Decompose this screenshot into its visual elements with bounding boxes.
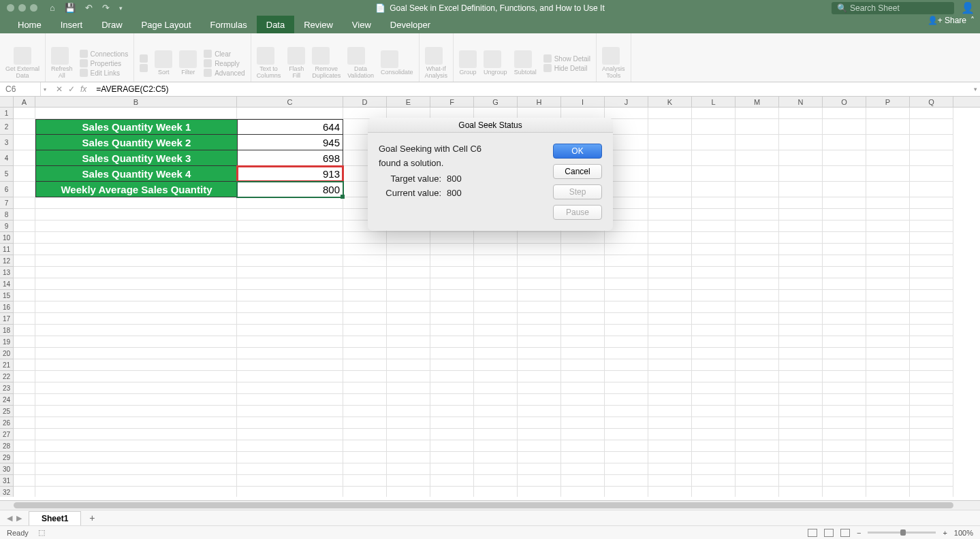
cell-L31[interactable]	[692, 475, 736, 487]
row-header-8[interactable]: 8	[0, 209, 13, 220]
cell-C4[interactable]: 698	[237, 150, 343, 166]
cell-C7[interactable]	[237, 197, 343, 209]
cell-K20[interactable]	[648, 348, 692, 359]
cell-D15[interactable]	[343, 290, 387, 301]
cell-I24[interactable]	[561, 394, 605, 406]
whatif-icon[interactable]	[425, 47, 443, 65]
cell-B1[interactable]	[35, 108, 237, 119]
cell-C32[interactable]	[237, 487, 343, 497]
cell-O8[interactable]	[823, 209, 866, 220]
cell-O15[interactable]	[823, 290, 866, 301]
search-sheet-input[interactable]: 🔍 Search Sheet	[832, 2, 954, 14]
analysis-tools-icon[interactable]	[602, 47, 620, 65]
cell-C22[interactable]	[237, 371, 343, 382]
cell-B29[interactable]	[35, 452, 237, 463]
cell-M4[interactable]	[736, 150, 779, 166]
cell-L8[interactable]	[692, 209, 736, 220]
tab-developer[interactable]: Developer	[381, 16, 440, 33]
cell-H24[interactable]	[518, 394, 561, 406]
cell-M11[interactable]	[736, 244, 779, 255]
cell-N15[interactable]	[779, 290, 823, 301]
cell-I22[interactable]	[561, 371, 605, 382]
cell-J15[interactable]	[605, 290, 648, 301]
cell-E28[interactable]	[387, 440, 430, 452]
cell-M25[interactable]	[736, 406, 779, 417]
row-header-24[interactable]: 24	[0, 394, 13, 406]
cell-E21[interactable]	[387, 359, 430, 371]
cell-F22[interactable]	[430, 371, 474, 382]
cell-E15[interactable]	[387, 290, 430, 301]
data-validation-button[interactable]: Data Validation	[347, 66, 374, 80]
cell-H14[interactable]	[518, 278, 561, 290]
zoom-out-button[interactable]: −	[857, 529, 861, 537]
cell-H10[interactable]	[518, 232, 561, 244]
ok-button[interactable]: OK	[553, 144, 602, 159]
cell-N32[interactable]	[779, 487, 823, 497]
cell-O4[interactable]	[823, 150, 866, 166]
cell-B32[interactable]	[35, 487, 237, 497]
cell-K10[interactable]	[648, 232, 692, 244]
row-header-30[interactable]: 30	[0, 463, 13, 475]
cell-F23[interactable]	[430, 382, 474, 394]
cell-O7[interactable]	[823, 197, 866, 209]
cell-E25[interactable]	[387, 406, 430, 417]
cell-K32[interactable]	[648, 487, 692, 497]
cell-G25[interactable]	[474, 406, 518, 417]
cell-H12[interactable]	[518, 255, 561, 267]
sheet-nav-next-icon[interactable]: ▶	[16, 514, 22, 523]
reapply-button[interactable]: Reapply	[204, 59, 244, 67]
cell-P19[interactable]	[866, 336, 910, 348]
cell-L22[interactable]	[692, 371, 736, 382]
cell-P3[interactable]	[866, 135, 910, 150]
cell-N3[interactable]	[779, 135, 823, 150]
row-header-7[interactable]: 7	[0, 197, 13, 209]
data-validation-icon[interactable]	[347, 47, 365, 65]
page-break-view-icon[interactable]	[840, 529, 850, 537]
cell-C14[interactable]	[237, 278, 343, 290]
cell-K26[interactable]	[648, 417, 692, 429]
cell-C6[interactable]: 800	[237, 182, 343, 197]
cell-D25[interactable]	[343, 406, 387, 417]
cell-N18[interactable]	[779, 325, 823, 336]
cell-L10[interactable]	[692, 232, 736, 244]
cell-O28[interactable]	[823, 440, 866, 452]
cell-K18[interactable]	[648, 325, 692, 336]
cell-A2[interactable]	[14, 119, 35, 135]
cell-D24[interactable]	[343, 394, 387, 406]
cell-A21[interactable]	[14, 359, 35, 371]
cell-A29[interactable]	[14, 452, 35, 463]
cell-A26[interactable]	[14, 417, 35, 429]
cell-J10[interactable]	[605, 232, 648, 244]
cell-L17[interactable]	[692, 313, 736, 325]
cell-C13[interactable]	[237, 267, 343, 278]
cell-C2[interactable]: 644	[237, 119, 343, 135]
cell-I11[interactable]	[561, 244, 605, 255]
cell-M18[interactable]	[736, 325, 779, 336]
cell-Q23[interactable]	[910, 382, 953, 394]
cell-C27[interactable]	[237, 429, 343, 440]
cell-F21[interactable]	[430, 359, 474, 371]
row-header-22[interactable]: 22	[0, 371, 13, 382]
col-header-H[interactable]: H	[518, 97, 561, 107]
undo-icon[interactable]: ↶	[85, 3, 93, 13]
cell-E14[interactable]	[387, 278, 430, 290]
col-header-Q[interactable]: Q	[910, 97, 953, 107]
cell-G15[interactable]	[474, 290, 518, 301]
cell-C26[interactable]	[237, 417, 343, 429]
cell-J20[interactable]	[605, 348, 648, 359]
cell-Q10[interactable]	[910, 232, 953, 244]
row-header-10[interactable]: 10	[0, 232, 13, 244]
cell-C29[interactable]	[237, 452, 343, 463]
cell-H30[interactable]	[518, 463, 561, 475]
cell-C16[interactable]	[237, 301, 343, 313]
cell-F13[interactable]	[430, 267, 474, 278]
cell-K27[interactable]	[648, 429, 692, 440]
cell-K30[interactable]	[648, 463, 692, 475]
cell-A17[interactable]	[14, 313, 35, 325]
cell-M29[interactable]	[736, 452, 779, 463]
cell-K22[interactable]	[648, 371, 692, 382]
cell-Q26[interactable]	[910, 417, 953, 429]
tab-data[interactable]: Data	[257, 16, 294, 33]
cell-D14[interactable]	[343, 278, 387, 290]
cell-D21[interactable]	[343, 359, 387, 371]
